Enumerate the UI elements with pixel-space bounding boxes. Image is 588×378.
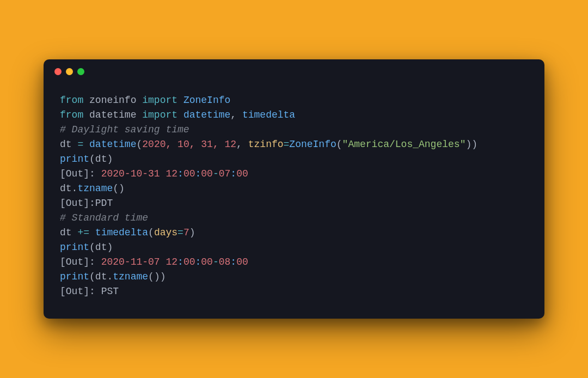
output-line: [Out]: 2020-10-31 12:00:00-07:00 <box>60 167 528 181</box>
out-num: 12 <box>166 168 177 179</box>
var: dt <box>95 242 107 253</box>
colon: : <box>195 168 201 179</box>
code-line: print(dt) <box>60 240 528 255</box>
window-titlebar <box>44 59 544 83</box>
var: dt <box>95 154 107 164</box>
kw-import: import <box>142 109 177 120</box>
out-val: PST <box>101 286 119 297</box>
punct: . <box>107 271 113 282</box>
comment: # Standard time <box>60 211 528 225</box>
punct: ( <box>89 242 95 253</box>
type-name: timedelta <box>242 109 295 120</box>
colon: : <box>195 257 201 267</box>
code-line: dt = datetime(2020, 10, 31, 12, tzinfo=Z… <box>60 137 528 152</box>
punct: ( <box>89 271 95 282</box>
out-date: 2020-11-07 <box>101 257 160 267</box>
punct: ) <box>119 183 125 194</box>
punct: ( <box>136 139 142 150</box>
dash: - <box>213 257 219 267</box>
out-tag: [Out]: <box>60 168 95 179</box>
kwarg: tzinfo <box>248 139 284 150</box>
var: dt <box>95 271 107 282</box>
module-name: datetime <box>89 109 136 120</box>
colon: : <box>177 257 183 267</box>
func: tzname <box>77 183 113 194</box>
module-name: zoneinfo <box>89 95 136 106</box>
punct: ( <box>113 183 119 194</box>
num: 7 <box>183 227 189 238</box>
punct: ( <box>148 271 154 282</box>
comment: # Daylight saving time <box>60 123 528 137</box>
out-num: 12 <box>166 257 177 267</box>
out-num: 07 <box>219 168 231 179</box>
code-line: print(dt) <box>60 152 528 167</box>
op: += <box>77 227 89 238</box>
code-window: from zoneinfo import ZoneInfofrom dateti… <box>44 59 544 319</box>
punct: . <box>72 183 78 194</box>
op: = <box>284 139 290 150</box>
colon: : <box>177 168 183 179</box>
punct: ) <box>107 154 113 164</box>
punct: , <box>236 139 242 150</box>
code-line: dt += timedelta(days=7) <box>60 225 528 240</box>
punct: ) <box>107 242 113 253</box>
output-line: [Out]: 2020-11-07 12:00:00-08:00 <box>60 255 528 270</box>
out-num: 00 <box>183 257 195 267</box>
string: "America/Los_Angeles" <box>342 139 466 150</box>
colon: : <box>230 168 236 179</box>
code-line: from datetime import datetime, timedelta <box>60 108 528 123</box>
code-area: from zoneinfo import ZoneInfofrom dateti… <box>44 83 544 319</box>
type-name: ZoneInfo <box>183 95 230 106</box>
op: = <box>177 227 183 238</box>
punct: ( <box>89 154 95 164</box>
output-line: [Out]: PST <box>60 284 528 299</box>
punct: ( <box>336 139 342 150</box>
out-tag: [Out]: <box>60 198 95 209</box>
output-line: [Out]:PDT <box>60 196 528 211</box>
kw-from: from <box>60 109 83 120</box>
out-num: 00 <box>201 257 213 267</box>
space <box>95 257 101 267</box>
code-line: dt.tzname() <box>60 181 528 196</box>
var: dt <box>60 139 72 150</box>
var: dt <box>60 183 72 194</box>
kwarg: days <box>154 227 177 238</box>
punct: ) <box>465 139 471 150</box>
out-num: 00 <box>236 257 248 267</box>
type-name: datetime <box>183 109 230 120</box>
out-num: 00 <box>183 168 195 179</box>
space <box>95 286 101 297</box>
out-val: PDT <box>95 198 113 209</box>
kw-from: from <box>60 95 83 106</box>
code-line: print(dt.tzname()) <box>60 270 528 284</box>
space <box>95 168 101 179</box>
func: tzname <box>113 271 148 282</box>
punct: ) <box>189 227 195 238</box>
out-tag: [Out]: <box>60 257 95 267</box>
punct: ( <box>148 227 154 238</box>
dash: - <box>213 168 219 179</box>
zoom-icon[interactable] <box>77 68 84 75</box>
func: timedelta <box>95 227 148 238</box>
kw-import: import <box>142 95 177 106</box>
out-num: 00 <box>201 168 213 179</box>
punct: ) <box>154 271 160 282</box>
punct: , <box>230 109 236 120</box>
code-line: from zoneinfo import ZoneInfo <box>60 93 528 108</box>
punct: ) <box>471 139 477 150</box>
out-num: 08 <box>219 257 231 267</box>
out-tag: [Out]: <box>60 286 95 297</box>
num: 2020, 10, 31, 12 <box>142 139 236 150</box>
op: = <box>77 139 83 150</box>
var: dt <box>60 227 72 238</box>
out-date: 2020-10-31 <box>101 168 160 179</box>
close-icon[interactable] <box>54 68 62 75</box>
func: print <box>60 271 89 282</box>
func: ZoneInfo <box>289 139 336 150</box>
func: print <box>60 242 89 253</box>
stage: from zoneinfo import ZoneInfofrom dateti… <box>0 0 588 378</box>
func: datetime <box>89 139 136 150</box>
minimize-icon[interactable] <box>66 68 73 75</box>
out-num: 00 <box>236 168 248 179</box>
punct: ) <box>160 271 166 282</box>
